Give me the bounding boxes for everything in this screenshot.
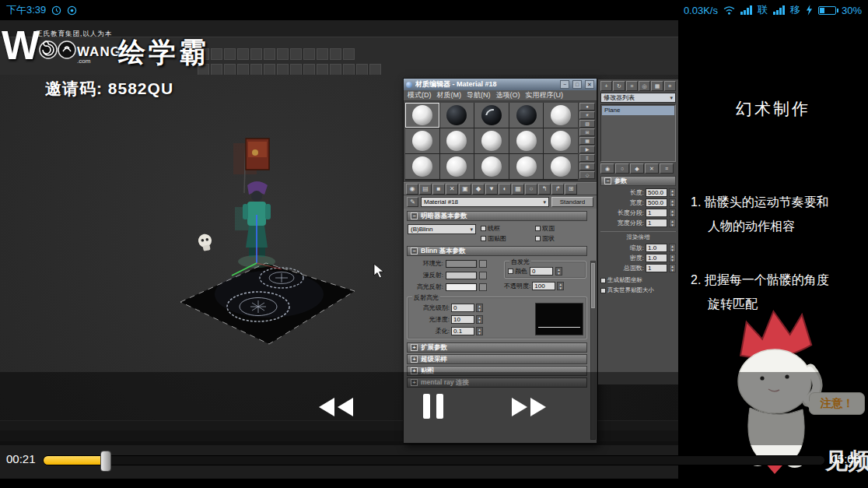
menubar-item: 模式(D)	[408, 90, 432, 100]
panel-checkbox: 生成贴图坐标	[600, 276, 676, 284]
video-player-surface[interactable]: 材质编辑器 - Material #18 − □ ✕ 模式(D)材质(M)导航(…	[0, 20, 868, 488]
mouse-cursor	[373, 263, 384, 279]
pick-material-icon: ✎	[407, 197, 418, 207]
shader-checkbox: 面贴图	[481, 234, 532, 243]
param-row: 高光级别:0▴▾	[411, 303, 531, 313]
max-toolbar-row2	[198, 64, 381, 75]
make-unique-icon: ◆	[630, 163, 644, 174]
mat-toolbar: ◉▤■✕▣◆▼◐▦○↰↱⊞	[404, 182, 597, 195]
collapse-icon: −	[604, 177, 611, 184]
command-panel: +↻≡◎▦¤ 修改器列表 ▾ Plane ◉○◆✕≡ − 参数 长度:500.0…	[597, 79, 678, 384]
ambient-color-swatch	[446, 260, 477, 268]
material-sample-sphere	[551, 156, 571, 177]
render-rows: 缩放:1.0▴▾密度:1.0▴▾总面数:1▴▾	[600, 243, 676, 273]
material-type-button: Standard	[551, 197, 593, 207]
panel-checkboxes: 生成贴图坐标真实世界贴图大小	[600, 276, 676, 294]
param-row: 总面数:1▴▾	[600, 263, 676, 273]
material-name-row: ✎ Material #18 ▾ Standard	[404, 195, 597, 209]
self-illumination-group: 自发光 颜色 0 ▴▾	[504, 261, 586, 279]
param-row: 柔化:0.1▴▾	[411, 326, 531, 336]
progress-fill	[44, 456, 106, 465]
spinner-arrows: ▴▾	[555, 267, 562, 276]
diffuse-map-button	[479, 272, 487, 279]
shader-checkbox: 双面	[535, 224, 586, 233]
material-sample-slot	[544, 128, 578, 153]
material-map-navigator-icon: ◇	[579, 171, 595, 179]
param-field: 1	[646, 264, 667, 272]
rewind-button[interactable]	[317, 396, 355, 420]
self-illum-color-checkbox: 颜色	[508, 267, 527, 276]
seek-bar[interactable]	[43, 455, 825, 465]
param-label: 缩放:	[600, 244, 644, 252]
param-label: 总面数:	[600, 264, 644, 272]
character-model	[210, 129, 296, 285]
material-editor-titlebar: 材质编辑器 - Material #18 − □ ✕	[404, 79, 597, 90]
checkbox-box	[600, 278, 606, 283]
self-illum-field: 0	[530, 267, 553, 276]
remove-modifier-icon: ✕	[645, 163, 659, 174]
fast-forward-button[interactable]	[510, 396, 548, 420]
invite-code-label: 邀请码: 8582QU	[45, 78, 173, 100]
highlight-rows: 高光级别:0▴▾光泽度:10▴▾柔化:0.1▴▾	[411, 303, 531, 336]
param-row: 长度分段:1▴▾	[600, 208, 676, 218]
material-sample-slot	[405, 128, 439, 153]
menubar-item: 导航(N)	[467, 90, 491, 100]
alarm-icon	[51, 5, 61, 16]
diffuse-color-swatch	[446, 272, 477, 279]
spinner-arrows: ▴▾	[669, 244, 676, 252]
material-editor-body: − 明暗器基本参数 (B)Blinn ▾ 线框双面面贴图面状 − Blinn 基…	[404, 209, 597, 390]
reset-map-icon: ✕	[446, 184, 458, 195]
stack-toolbar: ◉○◆✕≡	[600, 163, 676, 174]
maximize-button: □	[572, 80, 582, 89]
chevron-down-icon: ▾	[543, 199, 546, 205]
material-sample-slot	[509, 128, 544, 153]
command-panel-tabs: +↻≡◎▦¤	[600, 81, 676, 91]
material-sample-slot	[405, 103, 439, 128]
material-name-dropdown: Material #18 ▾	[421, 197, 549, 207]
diffuse-label: 漫反射:	[408, 271, 443, 279]
hierarchy-icon: ≡	[626, 81, 638, 91]
utilities-icon: ¤	[664, 81, 676, 91]
status-left: 下午3:39	[6, 3, 77, 17]
self-illum-opacity-col: 自发光 颜色 0 ▴▾	[504, 258, 586, 292]
window-icon	[406, 82, 412, 88]
bottom-letterbox	[0, 479, 868, 488]
background-icon: ▨	[579, 120, 595, 128]
material-sample-sphere	[446, 131, 467, 151]
param-label: 密度:	[600, 254, 644, 262]
spinner-arrows: ▴▾	[476, 315, 483, 324]
material-sample-slot	[405, 154, 439, 179]
pause-button[interactable]	[422, 393, 444, 422]
diffuse-row: 漫反射:	[408, 270, 499, 280]
menubar-item: 实用程序(U)	[526, 90, 564, 100]
material-editor-menubar: 模式(D)材质(M)导航(N)选项(O)实用程序(U)	[404, 90, 597, 101]
spinner-arrows: ▴▾	[669, 188, 676, 197]
param-field: 0.1	[451, 327, 474, 335]
group-legend: 自发光	[509, 258, 531, 266]
rollout-bar: +扩展参数	[407, 342, 587, 353]
sample-slots-area: ●☀▨⊞▦▶≡◉◇	[404, 101, 597, 182]
param-row: 宽度:500.0▴▾	[600, 198, 676, 208]
battery-icon	[818, 6, 836, 15]
shader-type-value: (B)Blinn	[411, 226, 432, 233]
material-sample-sphere	[516, 156, 537, 177]
modifier-list-dropdown: 修改器列表 ▾	[600, 93, 676, 103]
highlight-curve-display	[535, 303, 583, 335]
checkbox-box	[535, 226, 541, 231]
panel-checkbox: 真实世界贴图大小	[600, 286, 676, 294]
material-sample-sphere	[551, 105, 571, 125]
modifier-list-value: 修改器列表	[604, 93, 635, 102]
video-color-check-icon: ▦	[579, 137, 595, 145]
param-label: 光泽度:	[411, 315, 450, 324]
param-row: 宽度分段:1▴▾	[600, 218, 676, 228]
opacity-label: 不透明度:	[504, 282, 530, 290]
signal-bars-mobile	[773, 5, 785, 15]
app-notification-icon	[67, 5, 77, 16]
param-label: 长度分段:	[600, 209, 644, 217]
note-item: 1. 骷髅头的运动节奏要和人物的动作相容	[691, 190, 863, 238]
collapse-icon: −	[411, 248, 418, 255]
param-field: 10	[451, 315, 474, 324]
seek-handle[interactable]	[100, 451, 111, 472]
rollout-title: 明暗器基本参数	[421, 212, 467, 221]
material-sample-slot	[544, 103, 578, 128]
